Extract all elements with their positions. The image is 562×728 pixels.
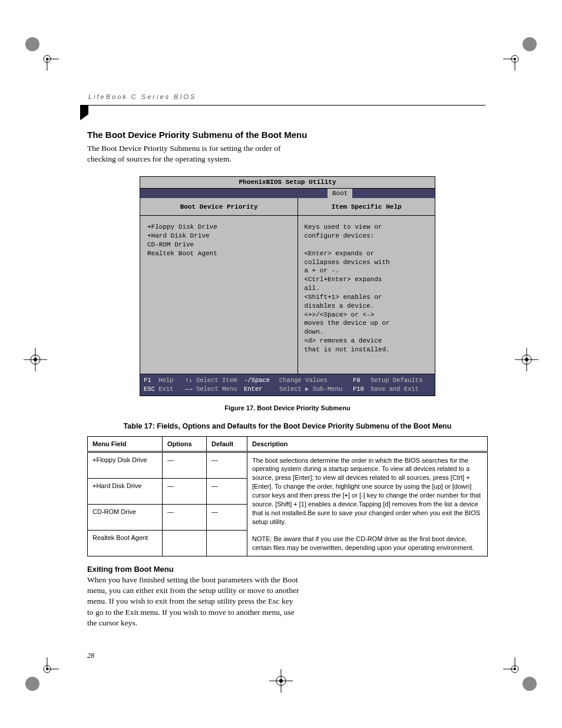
section-title: The Boot Device Priority Submenu of the … [87, 130, 488, 140]
crop-mark-icon [503, 35, 538, 71]
svg-point-31 [279, 679, 283, 683]
table-description: The boot selections determine the order … [247, 452, 488, 556]
svg-point-5 [523, 37, 537, 51]
exit-title: Exiting from Boot Menu [87, 565, 488, 574]
crop-mark-icon [18, 342, 53, 377]
running-header: LifeBook C Series BIOS [88, 93, 196, 100]
boot-item[interactable]: +Hard Disk Drive [147, 232, 290, 241]
svg-point-4 [46, 58, 48, 60]
svg-point-18 [25, 677, 39, 691]
crop-mark-icon [24, 657, 59, 693]
bios-tab-boot[interactable]: Boot [328, 189, 352, 199]
svg-point-13 [34, 358, 37, 361]
page-number: 28 [87, 651, 94, 660]
header-rule [87, 105, 485, 106]
svg-point-27 [514, 668, 516, 670]
section-intro: The Boot Device Priority Submenu is for … [87, 143, 299, 164]
options-table: Menu Field Options Default Description +… [87, 436, 488, 556]
table-header-row: Menu Field Options Default Description [88, 436, 488, 452]
crop-mark-icon [503, 657, 538, 693]
figure-caption: Figure 17. Boot Device Priority Submenu [87, 404, 488, 411]
svg-point-0 [25, 37, 39, 51]
svg-point-9 [514, 58, 516, 60]
svg-point-17 [525, 358, 528, 361]
svg-marker-32 [80, 105, 88, 120]
boot-item[interactable]: +Floppy Disk Drive [147, 223, 290, 232]
exit-body: When you have finished setting the boot … [87, 575, 299, 628]
bios-boot-items[interactable]: +Floppy Disk Drive +Hard Disk Drive CD-R… [147, 223, 290, 258]
crop-mark-icon [263, 663, 299, 699]
bios-tab-bar: Boot [140, 189, 435, 198]
boot-item[interactable]: Realtek Boot Agent [147, 249, 290, 258]
crop-mark-icon [24, 35, 59, 71]
boot-item[interactable]: CD-ROM Drive [147, 241, 290, 249]
bios-window: PhoenixBIOS Setup Utility Boot Boot Devi… [140, 176, 435, 396]
svg-point-22 [46, 668, 48, 670]
bios-help-text: Keys used to view or configure devices: … [304, 223, 429, 354]
table-title: Table 17: Fields, Options and Defaults f… [87, 422, 488, 430]
svg-point-23 [523, 677, 537, 691]
bios-title: PhoenixBIOS Setup Utility [140, 177, 435, 189]
crop-mark-icon [509, 342, 544, 377]
bios-left-title: Boot Device Priority [140, 198, 297, 216]
table-row: +Floppy Disk Drive — — The boot selectio… [88, 452, 488, 479]
header-tab-icon [80, 105, 88, 123]
bios-help-title: Item Specific Help [298, 198, 435, 216]
bios-footer: F1 Help ↑↓ Select Item -/Space Change Va… [140, 374, 435, 395]
